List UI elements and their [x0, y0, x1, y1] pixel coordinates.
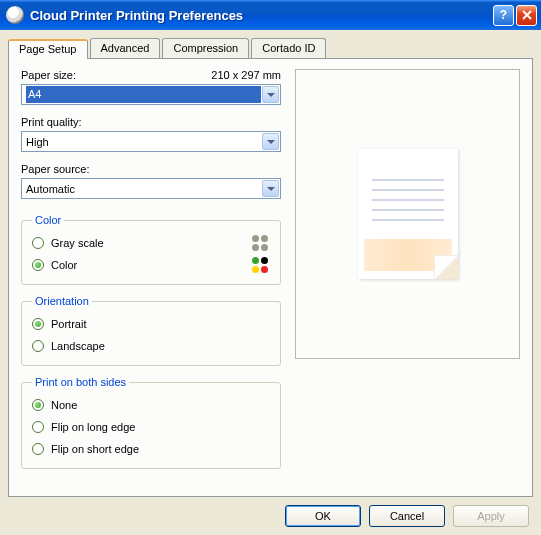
- duplex-group: Print on both sides None Flip on long ed…: [21, 376, 281, 469]
- radio-icon: [32, 399, 44, 411]
- orientation-legend: Orientation: [32, 295, 92, 307]
- radio-portrait[interactable]: Portrait: [32, 313, 270, 335]
- paper-size-value: A4: [26, 86, 261, 103]
- paper-source-value: Automatic: [26, 183, 261, 195]
- paper-dimensions: 210 x 297 mm: [211, 69, 281, 81]
- paper-source-select[interactable]: Automatic: [21, 178, 281, 199]
- color-swatch-icon: [252, 257, 268, 273]
- radio-gray-label: Gray scale: [51, 237, 104, 249]
- radio-landscape-label: Landscape: [51, 340, 105, 352]
- tabstrip: Page Setup Advanced Compression Cortado …: [8, 38, 533, 58]
- radio-duplex-none-label: None: [51, 399, 77, 411]
- preview-page-icon: [358, 149, 458, 279]
- chevron-down-icon: [262, 133, 279, 150]
- paper-size-label: Paper size:: [21, 69, 76, 81]
- tab-page-setup[interactable]: Page Setup: [8, 39, 88, 59]
- radio-landscape[interactable]: Landscape: [32, 335, 270, 357]
- radio-icon: [32, 318, 44, 330]
- radio-duplex-short-label: Flip on short edge: [51, 443, 139, 455]
- cancel-button[interactable]: Cancel: [369, 505, 445, 527]
- page-preview: [295, 69, 520, 359]
- grayscale-swatch-icon: [252, 235, 268, 251]
- radio-color[interactable]: Color: [32, 254, 270, 276]
- radio-icon: [32, 421, 44, 433]
- tab-advanced[interactable]: Advanced: [90, 38, 161, 58]
- paper-size-select[interactable]: A4: [21, 84, 281, 105]
- radio-duplex-long[interactable]: Flip on long edge: [32, 416, 270, 438]
- radio-icon: [32, 443, 44, 455]
- dialog-button-row: OK Cancel Apply: [8, 497, 533, 527]
- radio-icon: [32, 259, 44, 271]
- ok-button[interactable]: OK: [285, 505, 361, 527]
- paper-source-label: Paper source:: [21, 163, 89, 175]
- close-button[interactable]: [516, 5, 537, 26]
- printer-icon: [6, 6, 24, 24]
- chevron-down-icon: [262, 180, 279, 197]
- print-quality-value: High: [26, 136, 261, 148]
- orientation-group: Orientation Portrait Landscape: [21, 295, 281, 366]
- radio-duplex-long-label: Flip on long edge: [51, 421, 135, 433]
- color-group: Color Gray scale Color: [21, 214, 281, 285]
- tab-panel: Paper size: 210 x 297 mm A4 Print qualit…: [8, 58, 533, 497]
- window-title: Cloud Printer Printing Preferences: [30, 8, 493, 23]
- radio-duplex-short[interactable]: Flip on short edge: [32, 438, 270, 460]
- help-button[interactable]: ?: [493, 5, 514, 26]
- radio-icon: [32, 340, 44, 352]
- apply-button: Apply: [453, 505, 529, 527]
- titlebar[interactable]: Cloud Printer Printing Preferences ?: [0, 0, 541, 30]
- radio-portrait-label: Portrait: [51, 318, 86, 330]
- duplex-legend: Print on both sides: [32, 376, 129, 388]
- tab-compression[interactable]: Compression: [162, 38, 249, 58]
- tab-cortado-id[interactable]: Cortado ID: [251, 38, 326, 58]
- color-legend: Color: [32, 214, 64, 226]
- print-quality-label: Print quality:: [21, 116, 82, 128]
- radio-color-label: Color: [51, 259, 77, 271]
- radio-icon: [32, 237, 44, 249]
- print-quality-select[interactable]: High: [21, 131, 281, 152]
- chevron-down-icon: [262, 86, 279, 103]
- radio-duplex-none[interactable]: None: [32, 394, 270, 416]
- radio-gray-scale[interactable]: Gray scale: [32, 232, 270, 254]
